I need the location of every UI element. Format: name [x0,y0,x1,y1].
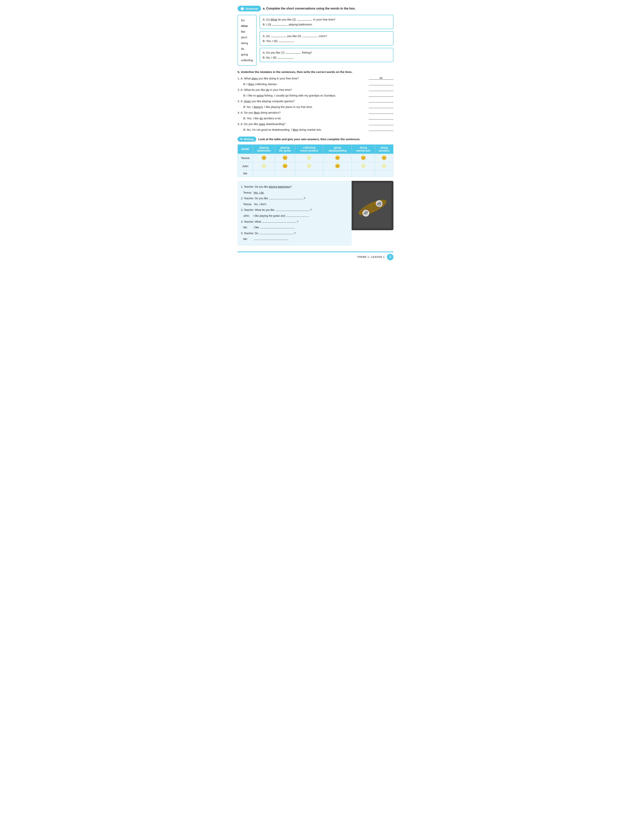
grammar-part-a-title: a. Complete the short conversations usin… [263,7,356,10]
me-posters [295,170,323,177]
teresa-martial: 😊 [352,154,375,162]
page-footer: THEME 1- LESSON 1 3 [237,251,394,260]
activity-table: NAME playingbadminton playingthe guitar … [237,144,394,177]
me-badminton [253,170,275,177]
underline-yes-i-do: Yes, I do. [253,191,264,194]
smiley-happy: 😊 [361,155,366,160]
col-name: NAME [238,145,253,154]
sentence-2a: 2. A: What do you like do in your free t… [237,88,394,92]
teresa-posters: ☹ [295,154,323,162]
sentence-5b-text: B: No, I'm not good at skateboarding. I … [237,128,367,132]
col-aerobics: doingaerobics [375,145,393,154]
conv1-line1: A: (1) What do you like (2) in your free… [263,17,391,22]
part-b-title: b. Underline the mistakes in the sentenc… [237,70,394,74]
smiley-happy: 😊 [381,155,387,160]
conv1-line2: B: I (3) playing badminton. [263,22,391,27]
sentence-4a: 4. A: Do you likes doing aerobics? [237,111,394,115]
col-martial: doingmartial arts [352,145,375,154]
sent-5-me: Me: [241,237,348,242]
sentences-section: 1. Teacher: Do you like playing badminto… [237,181,394,246]
teresa-name: Teresa [238,154,253,162]
blank-3-john[interactable] [286,216,309,217]
grammar-a-container: Do What like don't doing do going collec… [237,15,394,66]
sentence-4a-text: 4. A: Do you likes doing aerobics? [237,111,367,115]
mistake-1b: likes [248,82,254,86]
underline-playing-badminton: playing badminton [269,185,290,188]
conversations: A: (1) What do you like (2) in your free… [259,15,394,66]
answer-2b [369,93,394,97]
sent-5-teacher: 5. Teacher: Do ? [241,231,348,236]
conv3-line2: B: No, I (8) . [263,55,391,60]
sentence-5a-text: 5. A: Do you like goes skateboarding? [237,122,367,126]
sentence-5a: 5. A: Do you like goes skateboarding? [237,122,394,126]
sent-2-teresa: Teresa: No, I don't. [241,202,348,207]
mistake-5b: likes [293,128,298,131]
answer-5b [369,128,394,131]
me-skateboarding [323,170,352,177]
sent-3-john: John: I like playing the guitar and [241,213,348,218]
smiley-happy: 😊 [282,164,288,168]
me-aerobics [375,170,393,177]
sentence-3a-text: 3. A: Does you like playing computer gam… [237,99,367,104]
mistake-2a: do [266,88,269,92]
smiley-happy: 😊 [261,155,266,160]
blank-2-teacher[interactable] [269,199,303,199]
writing-header: ✏ Writing Look at the table and give you… [237,137,394,142]
teresa-aerobics: 😊 [375,154,393,162]
sentence-4b-text: B: Yes, I like do aerobics a lot. [237,116,367,121]
sentence-4b: B: Yes, I like do aerobics a lot. [237,116,394,121]
row-me: Me [238,170,394,177]
row-john: John ☹ 😊 ☹ 😊 ☹ ☹ [238,162,394,170]
smiley-happy: 😊 [282,155,288,160]
teresa-skateboarding: 😊 [323,154,352,162]
mistake-3b: doesn't [253,105,263,109]
conv3-line1: A: Do you like (7) fishing? [263,50,391,55]
sentence-5b: B: No, I'm not good at skateboarding. I … [237,128,394,132]
sentence-list: 1. A: What does you like doing in your f… [237,76,394,132]
answer-2a [369,88,394,91]
mistake-2b: going [256,94,264,97]
sentence-1a: 1. A: What does you like doing in your f… [237,76,394,81]
word-what: What [241,23,253,29]
john-posters: ☹ [295,162,323,170]
smiley-happy: 😊 [335,164,340,168]
word-do2: do [241,46,253,52]
answer-4b [369,116,394,120]
john-badminton: ☹ [253,162,275,170]
theme-label: THEME 1- LESSON 1 [357,256,385,258]
page-number: 3 [387,254,394,260]
smiley-happy: 😊 [335,155,340,160]
sent-1-teresa: Teresa: Yes, I do. [241,190,348,195]
sent-1-teacher: 1. Teacher: Do you like playing badminto… [241,184,348,189]
skateboard-svg [352,181,394,230]
skateboard-image [352,181,394,230]
smiley-sad: ☹ [262,164,266,168]
word-collecting: collecting [241,57,253,63]
blank-5-teacher[interactable] [259,234,294,234]
john-name: John [238,162,253,170]
answer-1b [369,82,394,85]
conv-box-3: A: Do you like (7) fishing? B: No, I (8)… [259,48,394,62]
answer-1a: do [369,76,394,80]
col-guitar: playingthe guitar [275,145,295,154]
sentence-3b-text: B: No, I doesn't. I like playing the pia… [237,105,367,109]
blank-5-me[interactable] [254,240,288,240]
row-teresa: Teresa 😊 😊 ☹ 😊 😊 😊 [238,154,394,162]
grammar-header: Grammar a. Complete the short conversati… [237,6,394,11]
john-martial: ☹ [352,162,375,170]
smiley-sad: ☹ [307,164,311,168]
col-badminton: playingbadminton [253,145,275,154]
conv2-line2: B: Yes, I (6) . [263,39,391,44]
sentence-3a: 3. A: Does you like playing computer gam… [237,99,394,104]
writing-instruction: Look at the table and give your own answ… [258,137,361,141]
mistake-4b: do [259,117,263,120]
sentence-2b: B: I like to going fishing. I usually go… [237,93,394,98]
mistake-3a: Does [244,99,251,103]
john-skateboarding: 😊 [323,162,352,170]
smiley-sad: ☹ [307,155,311,160]
grammar-badge-label: Grammar [245,7,258,10]
answer-3b [369,105,394,108]
teresa-guitar: 😊 [275,154,295,162]
conv2-line1: A: (4) you like (5) coins? [263,34,391,39]
word-like: like [241,29,253,35]
